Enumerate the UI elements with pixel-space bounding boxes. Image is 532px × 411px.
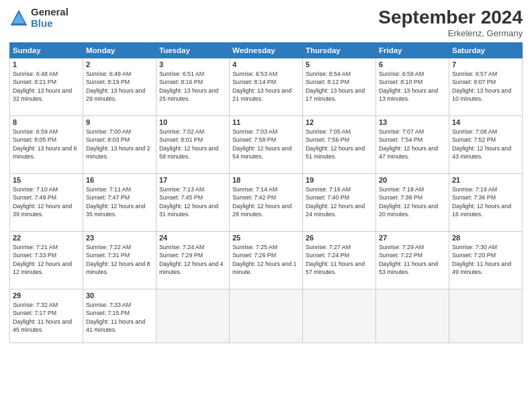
- day-16: 16 Sunrise: 7:11 AMSunset: 7:47 PMDaylig…: [83, 174, 157, 232]
- day-2: 2 Sunrise: 6:49 AMSunset: 8:19 PMDayligh…: [83, 58, 157, 116]
- logo-blue: Blue: [31, 18, 69, 30]
- day-27: 27 Sunrise: 7:29 AMSunset: 7:22 PMDaylig…: [376, 232, 449, 289]
- col-saturday: Saturday: [449, 43, 523, 58]
- day-29: 29 Sunrise: 7:32 AMSunset: 7:17 PMDaylig…: [10, 289, 83, 343]
- day-26: 26 Sunrise: 7:27 AMSunset: 7:24 PMDaylig…: [303, 232, 376, 289]
- day-20: 20 Sunrise: 7:18 AMSunset: 7:38 PMDaylig…: [376, 174, 449, 232]
- day-28: 28 Sunrise: 7:30 AMSunset: 7:20 PMDaylig…: [449, 232, 523, 289]
- calendar-header-row: Sunday Monday Tuesday Wednesday Thursday…: [10, 43, 523, 58]
- day-6: 6 Sunrise: 6:56 AMSunset: 8:10 PMDayligh…: [376, 58, 449, 116]
- col-monday: Monday: [83, 43, 157, 58]
- day-15: 15 Sunrise: 7:10 AMSunset: 7:49 PMDaylig…: [10, 174, 83, 232]
- logo-general: General: [31, 7, 69, 18]
- week-row-4: 22 Sunrise: 7:21 AMSunset: 7:33 PMDaylig…: [10, 232, 523, 289]
- day-10: 10 Sunrise: 7:02 AMSunset: 8:01 PMDaylig…: [157, 116, 230, 174]
- week-row-5: 29 Sunrise: 7:32 AMSunset: 7:17 PMDaylig…: [10, 289, 523, 343]
- day-7: 7 Sunrise: 6:57 AMSunset: 8:07 PMDayligh…: [449, 58, 523, 116]
- page: General Blue September 2024 Erkelenz, Ge…: [0, 0, 532, 411]
- week-row-1: 1 Sunrise: 6:48 AMSunset: 8:21 PMDayligh…: [10, 58, 523, 116]
- day-23: 23 Sunrise: 7:22 AMSunset: 7:31 PMDaylig…: [83, 232, 157, 289]
- day-empty-4: [376, 289, 449, 343]
- day-13: 13 Sunrise: 7:07 AMSunset: 7:54 PMDaylig…: [376, 116, 449, 174]
- logo: General Blue: [9, 7, 69, 29]
- day-empty-3: [303, 289, 376, 343]
- day-22: 22 Sunrise: 7:21 AMSunset: 7:33 PMDaylig…: [10, 232, 83, 289]
- day-empty-1: [157, 289, 230, 343]
- day-empty-5: [449, 289, 523, 343]
- col-friday: Friday: [376, 43, 449, 58]
- day-24: 24 Sunrise: 7:24 AMSunset: 7:29 PMDaylig…: [157, 232, 230, 289]
- week-row-3: 15 Sunrise: 7:10 AMSunset: 7:49 PMDaylig…: [10, 174, 523, 232]
- location-subtitle: Erkelenz, Germany: [378, 28, 523, 38]
- day-4: 4 Sunrise: 6:53 AMSunset: 8:14 PMDayligh…: [230, 58, 303, 116]
- title-block: September 2024 Erkelenz, Germany: [378, 7, 523, 38]
- week-row-2: 8 Sunrise: 6:59 AMSunset: 8:05 PMDayligh…: [10, 116, 523, 174]
- day-14: 14 Sunrise: 7:08 AMSunset: 7:52 PMDaylig…: [449, 116, 523, 174]
- day-19: 19 Sunrise: 7:16 AMSunset: 7:40 PMDaylig…: [303, 174, 376, 232]
- day-18: 18 Sunrise: 7:14 AMSunset: 7:42 PMDaylig…: [230, 174, 303, 232]
- header: General Blue September 2024 Erkelenz, Ge…: [9, 7, 523, 38]
- col-wednesday: Wednesday: [230, 43, 303, 58]
- day-9: 9 Sunrise: 7:00 AMSunset: 8:03 PMDayligh…: [83, 116, 157, 174]
- day-21: 21 Sunrise: 7:19 AMSunset: 7:36 PMDaylig…: [449, 174, 523, 232]
- day-17: 17 Sunrise: 7:13 AMSunset: 7:45 PMDaylig…: [157, 174, 230, 232]
- col-thursday: Thursday: [303, 43, 376, 58]
- month-title: September 2024: [378, 7, 523, 28]
- day-25: 25 Sunrise: 7:25 AMSunset: 7:26 PMDaylig…: [230, 232, 303, 289]
- day-8: 8 Sunrise: 6:59 AMSunset: 8:05 PMDayligh…: [10, 116, 83, 174]
- day-5: 5 Sunrise: 6:54 AMSunset: 8:12 PMDayligh…: [303, 58, 376, 116]
- day-11: 11 Sunrise: 7:03 AMSunset: 7:58 PMDaylig…: [230, 116, 303, 174]
- day-12: 12 Sunrise: 7:05 AMSunset: 7:56 PMDaylig…: [303, 116, 376, 174]
- col-sunday: Sunday: [10, 43, 83, 58]
- calendar: Sunday Monday Tuesday Wednesday Thursday…: [9, 42, 523, 343]
- day-1: 1 Sunrise: 6:48 AMSunset: 8:21 PMDayligh…: [10, 58, 83, 116]
- day-30: 30 Sunrise: 7:33 AMSunset: 7:15 PMDaylig…: [83, 289, 157, 343]
- day-3: 3 Sunrise: 6:51 AMSunset: 8:16 PMDayligh…: [157, 58, 230, 116]
- logo-text: General Blue: [31, 7, 69, 29]
- day-empty-2: [230, 289, 303, 343]
- col-tuesday: Tuesday: [157, 43, 230, 58]
- logo-icon: [9, 9, 28, 28]
